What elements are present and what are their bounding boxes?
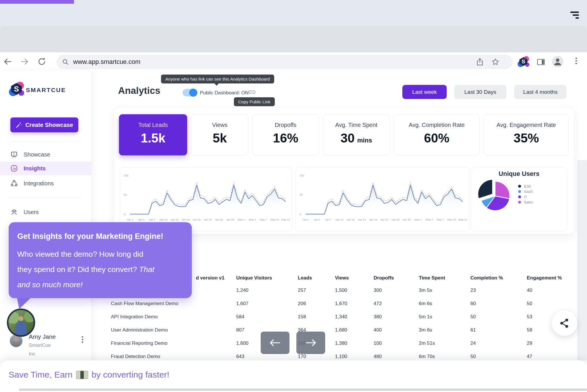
table-cell: 480 xyxy=(374,354,419,359)
share-nodes-icon xyxy=(558,317,571,330)
table-cell: 257 xyxy=(298,288,335,293)
x-axis-label: Apr 13 xyxy=(346,218,355,221)
table-cell: 60 xyxy=(470,301,527,307)
unique-users-pie-card: Unique Users B2BSaaSITSales xyxy=(471,168,567,231)
share-icon[interactable] xyxy=(476,58,484,66)
browser-profile-icon[interactable] xyxy=(552,56,563,67)
x-axis-label: Apr 13 xyxy=(171,218,179,221)
table-row: User Administration Demo8073641,6804003m… xyxy=(111,324,577,337)
progress-bar xyxy=(0,0,74,4)
x-axis-label: Apr 25 xyxy=(215,218,223,221)
line-chart-1: 100500Apr 1Apr 4Apr 7Apr 10Apr 13Apr 16A… xyxy=(120,168,292,231)
legend-label: B2B xyxy=(524,184,531,189)
share-dashboard-button[interactable] xyxy=(552,311,577,336)
column-header: Completion % xyxy=(470,275,527,281)
stat-card-avg-completion-rate[interactable]: Avg. Completion Rate 60% xyxy=(394,114,480,155)
filter-last-30-days[interactable]: Last 30 Days xyxy=(454,85,506,99)
reload-icon[interactable] xyxy=(36,56,47,67)
x-axis-label: May 7 xyxy=(437,218,444,221)
table-cell: 1,670 xyxy=(335,301,374,307)
x-axis-label: May 13 xyxy=(281,218,290,221)
sidebar-item-users[interactable]: Users xyxy=(0,205,91,219)
table-cell: 1,340 xyxy=(335,314,374,320)
sidebar-item-showcase[interactable]: Showcase xyxy=(0,148,91,161)
y-axis-tick: 0 xyxy=(300,213,301,216)
x-axis-label: Apr 4 xyxy=(314,218,321,221)
stat-card-total-leads[interactable]: Total Leads 1.5k xyxy=(119,114,187,155)
filter-last-4-months[interactable]: Last 4 months xyxy=(514,85,567,99)
browser-toolbar: www.app.smartcue.com S xyxy=(0,52,587,71)
create-showcase-button[interactable]: Create Showcase xyxy=(10,117,78,132)
bookmark-star-icon[interactable] xyxy=(491,58,499,66)
presenter-video-bubble[interactable] xyxy=(7,309,35,337)
popup-body: Who viewed the demo? How long didthey sp… xyxy=(17,247,183,292)
popup-body-line: Who viewed the demo? How long did xyxy=(17,247,183,262)
x-axis-label: May 1 xyxy=(414,218,422,221)
table-cell: 61 xyxy=(470,327,527,333)
legend-dot xyxy=(518,195,521,198)
profile-company-suffix: Inc xyxy=(29,351,35,357)
public-dashboard-toggle[interactable] xyxy=(183,89,197,96)
x-axis-label: May 10 xyxy=(447,218,456,221)
x-axis-label: Apr 10 xyxy=(335,218,343,221)
filter-last-week[interactable]: Last week xyxy=(402,85,447,99)
table-cell: 50 xyxy=(470,314,527,320)
divider xyxy=(10,142,81,142)
bottom-edge-bar xyxy=(19,389,587,391)
column-header: Views xyxy=(335,275,374,281)
y-axis-tick: 50 xyxy=(300,193,303,196)
x-axis-label: Apr 7 xyxy=(325,218,332,221)
copy-link-tooltip: Copy Public Link xyxy=(234,97,275,106)
table-row: API Integration Demo5841581,3403805m 1s5… xyxy=(111,310,577,324)
x-axis-label: Apr 1 xyxy=(302,218,309,221)
magic-wand-icon xyxy=(16,121,22,128)
y-axis-tick: 50 xyxy=(124,193,127,196)
sidebar-item-insights[interactable]: Insights xyxy=(0,161,91,175)
previous-step-button[interactable] xyxy=(261,332,289,354)
smartcue-extension-icon[interactable]: S xyxy=(518,57,528,66)
x-axis-label: May 4 xyxy=(425,218,433,221)
table-cell: 40 xyxy=(527,288,577,293)
table-cell: 3m 6s xyxy=(419,327,470,333)
legend-label: SaaS xyxy=(524,190,533,194)
stat-card-views[interactable]: Views 5k xyxy=(191,114,248,155)
legend-label: IT xyxy=(524,195,527,199)
divider xyxy=(37,306,83,306)
table-cell: 24 xyxy=(470,340,527,346)
forward-icon[interactable] xyxy=(19,56,30,67)
x-axis-label: May 4 xyxy=(249,218,256,221)
table-cell: 380 xyxy=(374,314,419,320)
back-icon[interactable] xyxy=(2,56,13,67)
legend-dot xyxy=(518,185,521,188)
browser-menu-icon[interactable] xyxy=(575,58,577,66)
stat-card-avg-engagement-rate[interactable]: Avg. Engagement Rate 35% xyxy=(484,114,569,155)
table-cell: 100 xyxy=(374,340,419,346)
integrations-icon xyxy=(10,180,18,187)
stat-card-avg-time-spent[interactable]: Avg. Time Spent 30mins xyxy=(323,114,390,155)
table-cell: 29 xyxy=(527,340,577,346)
table-cell: 643 xyxy=(236,354,298,359)
insights-icon xyxy=(10,165,18,172)
column-header: Engagement % xyxy=(527,275,577,281)
column-header: Unique Visitors xyxy=(236,275,298,281)
address-bar[interactable]: www.app.smartcue.com xyxy=(56,55,513,69)
stat-card-dropoffs[interactable]: Dropoffs 16% xyxy=(252,114,319,155)
demo-name-cell: Financial Reporting Demo xyxy=(111,340,236,346)
profile-menu-icon[interactable] xyxy=(81,336,84,345)
table-cell: 1,100 xyxy=(335,354,374,359)
sidebar-item-integrations[interactable]: Integrations xyxy=(0,177,91,190)
page-title: Analytics xyxy=(118,85,160,96)
x-axis-label: Apr 22 xyxy=(380,218,388,221)
bottom-banner: Save Time, Earn by converting faster! xyxy=(0,360,587,392)
table-cell: 1,500 xyxy=(335,288,374,293)
column-header: Leads xyxy=(298,275,335,281)
next-step-button[interactable] xyxy=(296,332,325,354)
table-cell: 3m 5s xyxy=(419,288,470,293)
legend-label: Sales xyxy=(524,200,533,204)
x-axis-label: Apr 7 xyxy=(149,218,156,221)
menu-icon[interactable] xyxy=(570,12,579,19)
side-panel-icon[interactable] xyxy=(536,57,546,66)
x-axis-label: Apr 16 xyxy=(181,218,190,221)
copy-link-icon[interactable] xyxy=(247,87,257,97)
insights-callout-popup: Get Insights for your Marketing Engine! … xyxy=(9,222,192,298)
